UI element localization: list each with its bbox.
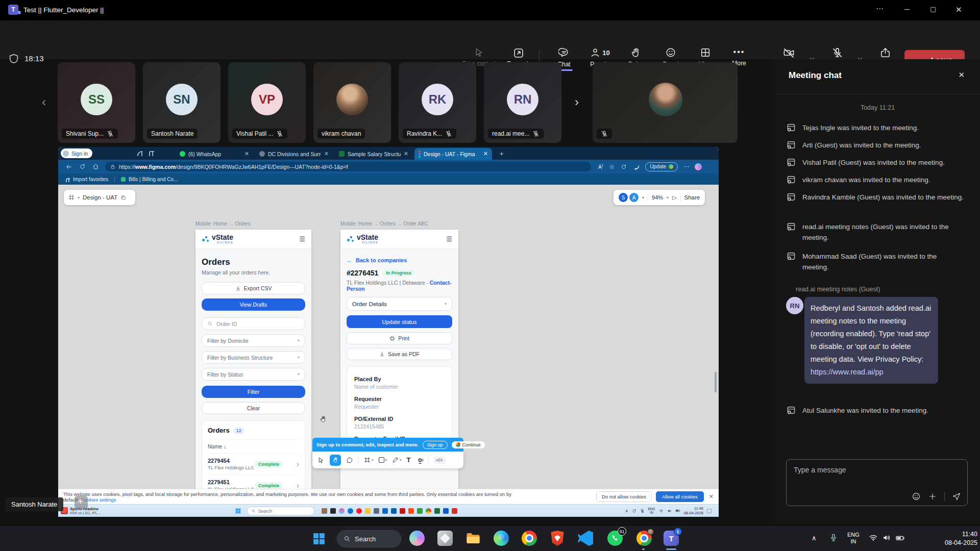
browser-sign-in-chip[interactable]: Sign in [61, 148, 92, 158]
move-tool-icon[interactable] [317, 457, 325, 464]
order-row[interactable]: 2279454 TL Flex Holdings LLC Complete › [208, 453, 299, 474]
file-chevron-icon[interactable]: ▾ [78, 195, 80, 200]
mini-system-tray[interactable]: ∧ ENGIN 11:4008-04-2025 [625, 505, 712, 517]
new-tab-icon[interactable]: ＋ [498, 149, 505, 158]
copilot-taskbar-icon[interactable] [409, 531, 425, 546]
frame-tool-icon[interactable]: ▾ [364, 457, 374, 463]
figma-share-button[interactable]: Share [684, 194, 700, 201]
tray-expand-chevron[interactable]: ∧ [812, 534, 817, 542]
order-id-search-input[interactable]: Order ID [202, 317, 305, 330]
filter-business-select[interactable]: Filter by Business Structure▾ [202, 351, 305, 364]
browser-essentials-icon[interactable] [621, 164, 627, 170]
maximize-button[interactable]: ▢ [930, 5, 936, 13]
collaborators-chevron-icon[interactable]: ▾ [642, 195, 644, 200]
read-aloud-icon[interactable]: A) [598, 163, 603, 170]
tray-volume-icon[interactable] [882, 533, 891, 542]
copy-icon[interactable] [120, 195, 126, 201]
google-continue-button[interactable]: Continue [452, 441, 485, 448]
back-icon[interactable] [65, 163, 72, 170]
tab-close-icon[interactable]: ✕ [483, 151, 488, 157]
figma-file-chip[interactable]: ▾ Design - UAT [64, 190, 135, 205]
save-as-pdf-button[interactable]: Save as PDF [347, 348, 452, 360]
taskbar-clock[interactable]: 11:4008-04-2025 [926, 530, 977, 547]
tray-battery-icon[interactable] [895, 533, 905, 543]
column-header-name[interactable]: Name ↓ [208, 439, 299, 453]
sign-up-button[interactable]: Sign up [423, 441, 448, 449]
back-to-companies-link[interactable]: ←Back to companies [347, 257, 452, 263]
strip-scroll-right-icon[interactable]: › [575, 95, 579, 109]
zoom-chevron-icon[interactable]: ▾ [667, 195, 669, 200]
language-indicator[interactable]: ENGIN [847, 532, 860, 545]
participant-tile[interactable]: SS Shivani Sup... [58, 62, 135, 143]
collaborator-avatar-s[interactable]: S [619, 193, 628, 202]
shape-tool-icon[interactable]: ▾ [379, 457, 387, 463]
tray-wifi-icon[interactable] [869, 533, 878, 542]
participant-tile[interactable] [593, 62, 738, 143]
frame-label-order-abc[interactable]: Mobile: Home → Orders → Order ABC [340, 221, 428, 227]
export-csv-button[interactable]: Export CSV [202, 282, 305, 294]
bills-favorite-item[interactable]: Bills | Billing and Co... [129, 177, 178, 182]
edge-icon[interactable] [494, 531, 509, 546]
tray-mic-icon[interactable] [829, 533, 838, 542]
taskbar-search[interactable]: Search [337, 530, 401, 547]
start-button[interactable] [312, 532, 326, 545]
strip-scroll-left-icon[interactable]: ‹ [42, 95, 46, 109]
deny-cookies-button[interactable]: Do not allow cookies [596, 491, 652, 502]
text-tool-icon[interactable]: T [407, 456, 411, 464]
address-bar[interactable]: https://www.figma.com/design/9BKQ0FOHRWa… [105, 162, 591, 171]
whatsapp-icon[interactable]: 81 [607, 531, 623, 546]
participant-tile[interactable]: SN Santosh Narate [143, 62, 220, 143]
tab-close-icon[interactable]: ✕ [244, 151, 249, 157]
favorites-bar-icon[interactable] [633, 164, 639, 170]
emoji-icon[interactable] [912, 492, 921, 501]
allow-cookies-button[interactable]: Allow all cookies [656, 491, 704, 502]
mini-start-icon[interactable] [235, 508, 241, 514]
mini-search-box[interactable]: Search [247, 507, 314, 515]
participant-tile[interactable]: RN read.ai mee... [484, 62, 561, 143]
tab-close-icon[interactable]: ✕ [324, 151, 329, 157]
favorite-star-icon[interactable]: ☆ [609, 163, 615, 170]
hamburger-menu-icon[interactable]: ☰ [446, 235, 452, 243]
actions-tool-icon[interactable] [416, 457, 423, 464]
figma-canvas[interactable]: ▾ Design - UAT S A ▾ 94% ▾ ▷ Share Mobil… [58, 185, 719, 489]
vscode-icon[interactable] [578, 531, 593, 546]
print-button[interactable]: Print [347, 332, 452, 344]
present-icon[interactable]: ▷ [672, 194, 676, 201]
titlebar-more-icon[interactable]: ⋯ [876, 4, 885, 13]
filter-domicile-select[interactable]: Filter by Domicile▾ [202, 334, 305, 347]
chrome-profile-icon[interactable] [636, 531, 652, 546]
browser-menu-icon[interactable]: ⋯ [683, 163, 690, 170]
privacy-link[interactable]: https://www.read.ai/pp [811, 368, 884, 376]
pen-tool-icon[interactable]: ▾ [392, 457, 402, 463]
import-favorites-item[interactable]: Import favorites [73, 177, 108, 182]
minimize-button[interactable]: ─ [904, 5, 910, 13]
send-icon[interactable] [952, 492, 961, 501]
frame-label-orders[interactable]: Mobile: Home → Orders [195, 221, 251, 227]
refresh-icon[interactable] [79, 163, 86, 170]
canvas-scrollbar[interactable] [715, 372, 717, 392]
brave-icon[interactable] [550, 531, 565, 546]
hamburger-menu-icon[interactable]: ☰ [299, 235, 305, 243]
close-button[interactable]: ✕ [955, 5, 962, 14]
figma-menu-icon[interactable] [68, 194, 75, 201]
browser-tab[interactable]: DC Divisions and Surroundings✕ [255, 148, 333, 160]
mini-taskbar-apps[interactable] [322, 508, 457, 514]
chat-input-box[interactable]: Type a message [786, 459, 968, 506]
home-icon[interactable] [92, 163, 99, 170]
teams-taskbar-icon[interactable]: T 1 [664, 531, 679, 546]
clear-button[interactable]: Clear [202, 402, 305, 414]
collaborator-avatar-a[interactable]: A [629, 193, 639, 202]
attach-plus-icon[interactable] [928, 492, 937, 501]
browser-tab[interactable]: Sample Salary Structure with calc✕ [335, 148, 412, 160]
participant-tile[interactable]: RK Ravindra K... [399, 62, 476, 143]
app-icon-silver[interactable] [437, 531, 453, 546]
workspaces-icon[interactable] [136, 149, 142, 156]
copilot-icon[interactable] [695, 163, 702, 170]
order-details-select[interactable]: Order Details▾ [347, 297, 452, 311]
chat-close-icon[interactable]: ✕ [958, 70, 965, 80]
hand-tool-active[interactable] [330, 455, 341, 466]
vertical-tabs-icon[interactable] [148, 149, 154, 156]
participant-tile[interactable]: vikram chavan [313, 62, 391, 143]
file-explorer-icon[interactable] [465, 531, 481, 546]
zoom-level[interactable]: 94% [652, 194, 663, 201]
